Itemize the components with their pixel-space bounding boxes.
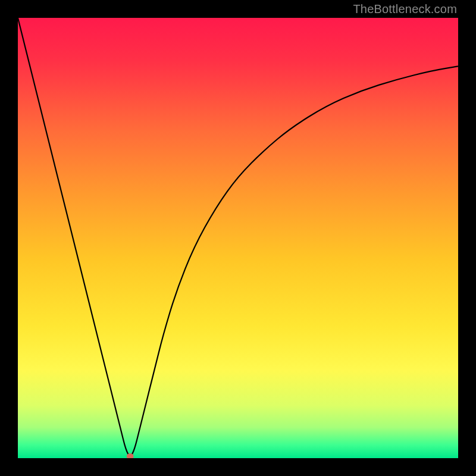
watermark-text: TheBottleneck.com bbox=[353, 2, 457, 16]
bottleneck-curve bbox=[18, 18, 458, 456]
plot-area bbox=[18, 18, 458, 458]
bottleneck-curve-layer bbox=[18, 18, 458, 458]
chart-frame: TheBottleneck.com bbox=[0, 0, 476, 476]
